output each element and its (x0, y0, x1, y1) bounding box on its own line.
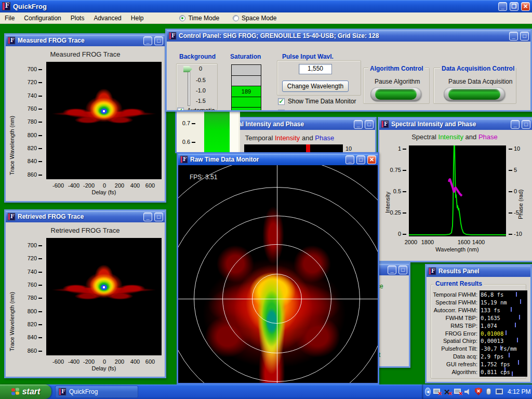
pause-algorithm-label: Pause Algorithm (375, 78, 420, 85)
saturation-value: 189 (232, 86, 261, 97)
pause-daq-button[interactable] (444, 87, 505, 101)
minimize-button[interactable]: _ (498, 2, 507, 11)
spectral-plot-area (409, 145, 506, 236)
minimize-button[interactable]: _ (143, 212, 152, 221)
measured-ytick: 860 (26, 171, 42, 178)
maximize-button[interactable]: □ (356, 155, 365, 164)
daq-control-label: Data Acquisition Control (440, 65, 516, 72)
spectral-ytick: 0.5 (390, 188, 406, 194)
spectral-ytick: 0 (390, 231, 406, 237)
pause-daq-label: Pause Data Acquisition (448, 78, 512, 85)
pause-algorithm-button[interactable] (370, 87, 421, 101)
window-icon (8, 37, 15, 44)
retrieved-ytick: 800 (26, 308, 42, 314)
maximize-button[interactable]: □ (154, 36, 163, 45)
time-mode-radio[interactable]: Time Mode (179, 15, 219, 22)
retrieved-plot-title: Retrieved FROG Trace (6, 227, 165, 234)
show-time-monitor-checkbox[interactable]: ✓ Show Time Data Monitor (278, 98, 356, 105)
results-titlebar[interactable]: Results Panel (427, 265, 530, 277)
result-row: GUI refresh:1,752 fps (427, 361, 530, 368)
change-wavelength-button[interactable]: Change Wavelength (282, 81, 349, 92)
saturation-label: Saturation (230, 53, 261, 60)
maximize-button[interactable]: □ (522, 120, 530, 129)
retrieved-ytick: 700 (26, 242, 42, 248)
spectral-xtick: 1800 (420, 239, 435, 245)
wavelength-input[interactable]: 1,550 (299, 64, 332, 74)
menu-advanced[interactable]: Advanced (89, 13, 126, 23)
crosshair-vertical (277, 165, 277, 383)
hidden-icons-chevron[interactable]: ◄ (425, 388, 431, 396)
network-offline-icon[interactable]: ✕ (433, 388, 441, 396)
saturation-meter: 189 (231, 64, 261, 110)
taskbar-quickfrog-button[interactable]: QuickFrog (55, 385, 138, 398)
fps-readout: FPS: 3.51 (190, 174, 217, 181)
minimize-button[interactable]: _ (143, 36, 152, 45)
mouse-icon[interactable] (485, 388, 493, 396)
result-row: FWHM TBP:0,1635 (427, 315, 530, 322)
raw-monitor-titlebar[interactable]: Raw Time Data Monitor _ □ ✕ (178, 154, 378, 165)
measured-ytick: 840 (26, 158, 42, 164)
measured-titlebar[interactable]: Measured FROG Trace _ □ (6, 35, 165, 46)
menu-plots[interactable]: Plots (66, 13, 89, 23)
spectral-xtick: 1600 (456, 239, 472, 245)
meter-tick: 0.6 (182, 139, 195, 145)
retrieved-ytick: 780 (26, 295, 42, 301)
start-button[interactable]: start (0, 384, 51, 399)
background-tick: 0 (199, 65, 202, 72)
minimize-button[interactable]: _ (511, 120, 520, 129)
desktop: QuickFrog _ ❐ ✕ File Configuration Plots… (0, 0, 532, 399)
wireless-offline-icon[interactable]: ✕ (454, 388, 462, 396)
automatic-checkbox[interactable]: ✓ Automatic (177, 107, 215, 110)
minimize-button[interactable]: _ (509, 32, 518, 41)
measured-ytick: 780 (26, 118, 42, 125)
spectral-phase-tick: 5 (509, 167, 517, 173)
spectral-xtick: 1400 (471, 239, 486, 245)
result-row: Autocorr. FWHM:133 fs (427, 307, 530, 314)
menu-file[interactable]: File (0, 13, 19, 23)
measured-ytick: 700 (26, 66, 42, 72)
meter-fragment-window: 0.7 0.6 (175, 112, 240, 153)
restore-button[interactable]: ❐ (510, 2, 518, 11)
measured-ytick: 760 (26, 105, 42, 112)
maximize-button[interactable]: □ (154, 212, 163, 221)
measured-frog-trace-window: Measured FROG Trace _ □ Measured FROG Tr… (4, 33, 166, 203)
window-icon (169, 32, 176, 39)
measured-ytick: 720 (26, 79, 42, 85)
retrieved-titlebar[interactable]: Retrieved FROG Trace _ □ (6, 211, 165, 222)
minimize-button[interactable]: _ (354, 120, 363, 129)
measured-ytick: 800 (26, 132, 42, 138)
maximize-button[interactable]: □ (365, 120, 374, 129)
retrieved-ytick: 840 (26, 334, 42, 340)
spectral-titlebar[interactable]: Spectral Intensity and Phase _ □ (379, 118, 532, 130)
raw-monitor-plot-area: FPS: 3.51 (178, 165, 378, 383)
close-button[interactable]: ✕ (521, 2, 530, 11)
main-titlebar[interactable]: QuickFrog _ ❐ ✕ (0, 0, 532, 12)
spectral-intensity-phase-window: Spectral Intensity and Phase _ □ Spectra… (378, 117, 532, 262)
windows-logo-icon (11, 388, 19, 396)
measured-ytick: 740 (26, 92, 42, 99)
measured-ytick: 820 (26, 145, 42, 151)
volume-icon[interactable] (464, 388, 472, 396)
window-icon (381, 121, 389, 128)
maximize-button[interactable]: □ (398, 265, 407, 274)
space-mode-radio[interactable]: Space Mode (233, 15, 276, 22)
menu-help[interactable]: Help (126, 13, 149, 23)
window-icon (8, 213, 15, 220)
minimize-button[interactable]: _ (388, 265, 396, 274)
result-row: RMS TBP:1,074 (427, 323, 530, 330)
control-panel-titlebar[interactable]: Control Panel: SHG FROG; GRENOUILLE 15-4… (167, 30, 530, 42)
menu-configuration[interactable]: Configuration (19, 13, 65, 23)
display-icon[interactable] (495, 388, 503, 396)
show-space-monitor-checkbox[interactable]: Show Space Data Monitor (278, 109, 360, 110)
connection-error-icon[interactable]: ✕✕ (443, 388, 451, 396)
close-button[interactable]: ✕ (367, 155, 376, 164)
maximize-button[interactable]: □ (520, 32, 529, 41)
security-alert-icon[interactable]: ✕ (474, 388, 483, 396)
spectral-curves (409, 145, 506, 236)
app-title: QuickFrog (13, 3, 496, 10)
result-row: Spatial Chirp:0,00013 (427, 338, 530, 345)
background-slider-track[interactable] (188, 69, 190, 106)
minimize-button[interactable]: _ (345, 155, 354, 164)
raw-time-data-monitor-window: Raw Time Data Monitor _ □ ✕ FPS: 3.51 (177, 152, 379, 384)
meter-green-bar (204, 112, 230, 153)
